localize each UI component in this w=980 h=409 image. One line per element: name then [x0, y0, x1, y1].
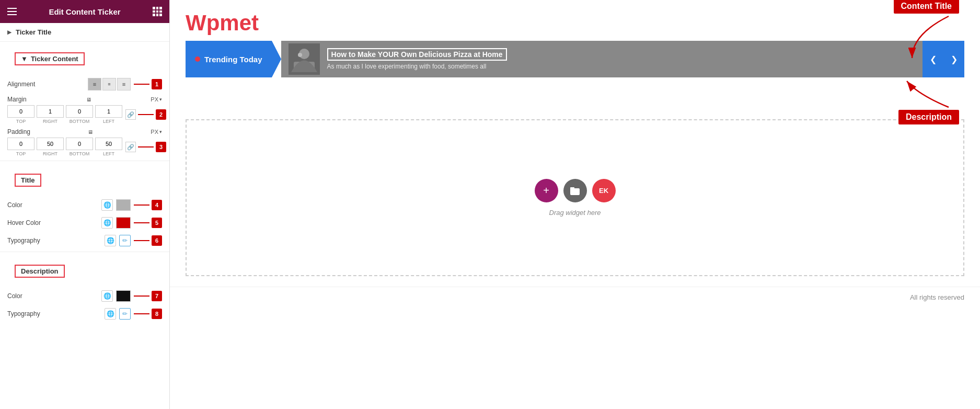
margin-left-input[interactable] [95, 105, 122, 118]
globe-icon-desc-color[interactable]: 🌐 [101, 290, 113, 302]
align-center-button[interactable]: ≡ [102, 78, 116, 90]
title-typography-picker[interactable]: 🌐 ✏ [105, 235, 131, 246]
margin-header: Margin 🖥 PX ▾ [0, 94, 169, 103]
badge-7: 7 [152, 291, 162, 301]
ticker-title-section[interactable]: ▶ Ticker Title [0, 23, 169, 42]
title-section: Title Color 🌐 4 Ho [0, 163, 169, 249]
padding-inputs: TOP RIGHT BOTTOM LEFT [0, 135, 169, 158]
margin-bottom-label: BOTTOM [70, 119, 89, 124]
ek-button[interactable]: EK [592, 179, 616, 202]
ticker-text-area: How to Make YOUR Own Delicious Pizza at … [327, 48, 915, 70]
brand-title: Wpmet [186, 10, 964, 36]
ticker-description: As much as I love experimenting with foo… [327, 63, 915, 70]
ticker-separator [272, 41, 281, 77]
padding-bottom-label: BOTTOM [70, 151, 89, 156]
description-section: Description Color 🌐 7 [0, 254, 169, 323]
globe-icon-title-color[interactable]: 🌐 [101, 199, 113, 211]
margin-unit: PX ▾ [151, 96, 162, 103]
margin-inputs: TOP RIGHT BOTTOM LEFT [0, 103, 169, 126]
padding-left-label: LEFT [103, 151, 114, 156]
description-annotation: Description [896, 78, 959, 124]
padding-link-icon[interactable]: 🔗 [125, 142, 136, 152]
description-typography-picker[interactable]: 🌐 ✏ [105, 308, 131, 320]
drop-zone[interactable]: + EK Drag widget here [186, 119, 964, 276]
sidebar: Edit Content Ticker ▶ Ticker Title ▼Tick… [0, 0, 170, 409]
badge-5: 5 [152, 218, 162, 228]
main-footer: All rights reserved [170, 287, 980, 308]
margin-label: Margin [7, 96, 27, 103]
title-typography-label: Typography [7, 237, 105, 244]
title-hover-color-swatch[interactable] [116, 217, 131, 229]
ticker-annotation-area: Trending Today [186, 41, 964, 77]
margin-link-icon[interactable]: 🔗 [125, 109, 136, 120]
title-color-picker[interactable]: 🌐 [101, 199, 131, 211]
margin-right-label: RIGHT [43, 119, 57, 124]
grid-icon[interactable] [153, 7, 162, 16]
title-color-label: Color [7, 201, 101, 209]
svg-point-3 [298, 53, 302, 57]
badge-2: 2 [156, 109, 166, 120]
ticker-content-area: How to Make YOUR Own Delicious Pizza at … [281, 41, 923, 77]
padding-right-label: RIGHT [43, 151, 57, 156]
description-typography-label: Typography [7, 310, 105, 317]
margin-top-label: TOP [16, 119, 26, 124]
add-widget-button[interactable]: + [535, 179, 558, 202]
padding-label: Padding [7, 128, 30, 135]
ticker-content-section: ▼Ticker Content Alignment ≡ ≡ ≡ 1 [0, 42, 169, 158]
pencil-icon-title-typography[interactable]: ✏ [119, 235, 131, 246]
align-right-button[interactable]: ≡ [117, 78, 131, 90]
globe-icon-title-hover[interactable]: 🌐 [101, 217, 113, 229]
margin-left-label: LEFT [103, 119, 114, 124]
description-arrow [896, 78, 959, 110]
description-typography-control: Typography 🌐 ✏ 8 [0, 305, 169, 323]
align-left-button[interactable]: ≡ [88, 78, 101, 90]
alignment-control: Alignment ≡ ≡ ≡ 1 [0, 75, 169, 94]
ticker-label-text: Trending Today [204, 55, 262, 64]
padding-left-input[interactable] [95, 138, 122, 150]
title-section-header[interactable]: Title [15, 174, 41, 187]
globe-icon-desc-typography[interactable]: 🌐 [105, 308, 116, 320]
description-label: Description [898, 110, 959, 124]
ticker-label: Trending Today [186, 41, 272, 77]
content-title-annotation: Content Title [894, 0, 959, 61]
padding-header: Padding 🖥 PX ▾ [0, 126, 169, 135]
drop-zone-icons: + EK [535, 179, 616, 202]
padding-top-label: TOP [16, 151, 26, 156]
padding-bottom-input[interactable] [66, 138, 93, 150]
padding-unit: PX ▾ [151, 129, 162, 135]
pencil-icon-desc-typography[interactable]: ✏ [119, 308, 131, 320]
margin-bottom-input[interactable] [66, 105, 93, 118]
description-section-header[interactable]: Description [15, 265, 65, 278]
arrow-right-icon: ▶ [7, 29, 11, 35]
brand-area: Wpmet [170, 0, 980, 41]
hamburger-icon[interactable] [7, 8, 17, 15]
description-color-control: Color 🌐 7 [0, 287, 169, 305]
ticker-content-section-header[interactable]: ▼Ticker Content [15, 52, 85, 65]
padding-right-input[interactable] [37, 138, 64, 150]
main-content: Wpmet Trending Today [170, 0, 980, 409]
sidebar-title: Edit Content Ticker [49, 7, 120, 16]
folder-button[interactable] [563, 179, 587, 202]
ticker-main-title: How to Make YOUR Own Delicious Pizza at … [327, 48, 507, 61]
title-color-swatch[interactable] [116, 199, 131, 211]
ticker-title-label: Ticker Title [16, 28, 51, 36]
ticker-thumbnail [289, 43, 320, 75]
margin-top-input[interactable] [7, 105, 34, 118]
alignment-label: Alignment [7, 81, 88, 88]
ticker-widget: Trending Today [186, 41, 964, 77]
badge-3: 3 [156, 142, 166, 152]
globe-icon-title-typography[interactable]: 🌐 [105, 235, 116, 246]
sidebar-header: Edit Content Ticker [0, 0, 169, 23]
badge-1: 1 [152, 79, 162, 89]
title-hover-color-picker[interactable]: 🌐 [101, 217, 131, 229]
margin-right-input[interactable] [37, 105, 64, 118]
title-hover-color-control: Hover Color 🌐 5 [0, 214, 169, 232]
description-color-picker[interactable]: 🌐 [101, 290, 131, 302]
ticker-thumb-image [289, 43, 320, 75]
footer-text: All rights reserved [910, 293, 964, 301]
badge-8: 8 [152, 309, 162, 319]
badge-4: 4 [152, 200, 162, 210]
padding-top-input[interactable] [7, 138, 34, 150]
content-title-label: Content Title [894, 0, 959, 14]
description-color-swatch[interactable] [116, 290, 131, 302]
